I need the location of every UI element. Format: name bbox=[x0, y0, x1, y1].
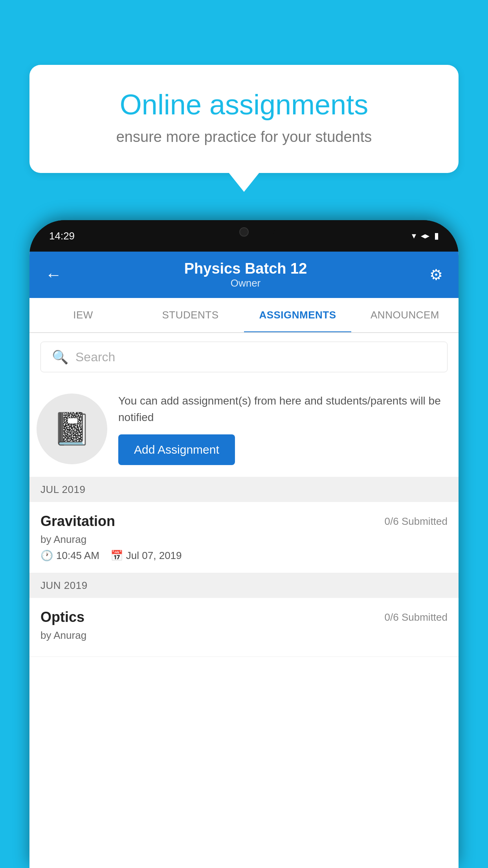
assignment-optics[interactable]: Optics 0/6 Submitted by Anurag bbox=[29, 598, 459, 657]
phone-screen: ← Physics Batch 12 Owner ⚙ IEW STUDENTS … bbox=[29, 252, 459, 868]
promo-text: You can add assignment(s) from here and … bbox=[118, 393, 448, 426]
promo-icon-circle: 📓 bbox=[37, 394, 107, 464]
status-icons: ▾ ◂▸ ▮ bbox=[412, 231, 439, 241]
app-header: ← Physics Batch 12 Owner ⚙ bbox=[29, 252, 459, 298]
search-container: 🔍 Search bbox=[29, 333, 459, 381]
camera bbox=[239, 227, 249, 237]
wifi-icon: ▾ bbox=[412, 231, 416, 241]
header-center: Physics Batch 12 Owner bbox=[184, 260, 307, 289]
search-placeholder: Search bbox=[75, 350, 115, 364]
settings-button[interactable]: ⚙ bbox=[429, 266, 443, 283]
assignment-time: 🕐 10:45 AM bbox=[40, 550, 99, 562]
assignment-name: Gravitation bbox=[40, 513, 115, 530]
back-button[interactable]: ← bbox=[45, 265, 62, 284]
assignment-date: 📅 Jul 07, 2019 bbox=[110, 550, 182, 562]
assignment-top: Gravitation 0/6 Submitted bbox=[40, 513, 448, 530]
signal-icon: ◂▸ bbox=[421, 231, 429, 241]
speech-bubble: Online assignments ensure more practice … bbox=[29, 65, 459, 173]
section-header-jun: JUN 2019 bbox=[29, 573, 459, 598]
status-time: 14:29 bbox=[49, 230, 75, 242]
batch-subtitle: Owner bbox=[184, 277, 307, 289]
promo-content: You can add assignment(s) from here and … bbox=[118, 393, 448, 465]
add-assignment-button[interactable]: Add Assignment bbox=[118, 434, 235, 465]
search-bar[interactable]: 🔍 Search bbox=[40, 342, 448, 372]
assignment-top-optics: Optics 0/6 Submitted bbox=[40, 609, 448, 625]
speech-bubble-subtitle: ensure more practice for your students bbox=[57, 129, 431, 145]
tab-students[interactable]: STUDENTS bbox=[137, 298, 244, 332]
assignment-submitted-optics: 0/6 Submitted bbox=[385, 611, 448, 623]
tab-assignments[interactable]: ASSIGNMENTS bbox=[244, 298, 351, 332]
batch-title: Physics Batch 12 bbox=[184, 260, 307, 277]
battery-icon: ▮ bbox=[434, 231, 439, 241]
phone-notch bbox=[213, 220, 275, 242]
clock-icon: 🕐 bbox=[40, 550, 53, 562]
calendar-icon: 📅 bbox=[110, 550, 123, 562]
assignment-name-optics: Optics bbox=[40, 609, 84, 625]
status-bar: 14:29 ▾ ◂▸ ▮ bbox=[29, 220, 459, 252]
tab-bar: IEW STUDENTS ASSIGNMENTS ANNOUNCEM bbox=[29, 298, 459, 333]
notebook-icon: 📓 bbox=[52, 410, 92, 447]
promo-area: 📓 You can add assignment(s) from here an… bbox=[29, 381, 459, 477]
assignment-by: by Anurag bbox=[40, 533, 448, 546]
phone-frame: 14:29 ▾ ◂▸ ▮ ← Physics Batch 12 Owner ⚙ … bbox=[29, 220, 459, 868]
assignment-by-optics: by Anurag bbox=[40, 629, 448, 642]
speech-bubble-title: Online assignments bbox=[57, 88, 431, 121]
search-icon: 🔍 bbox=[52, 349, 68, 365]
assignment-meta: 🕐 10:45 AM 📅 Jul 07, 2019 bbox=[40, 550, 448, 562]
assignment-gravitation[interactable]: Gravitation 0/6 Submitted by Anurag 🕐 10… bbox=[29, 502, 459, 573]
section-header-jul: JUL 2019 bbox=[29, 477, 459, 502]
tab-announcements[interactable]: ANNOUNCEM bbox=[351, 298, 459, 332]
tab-iew[interactable]: IEW bbox=[29, 298, 137, 332]
assignment-submitted: 0/6 Submitted bbox=[385, 515, 448, 528]
